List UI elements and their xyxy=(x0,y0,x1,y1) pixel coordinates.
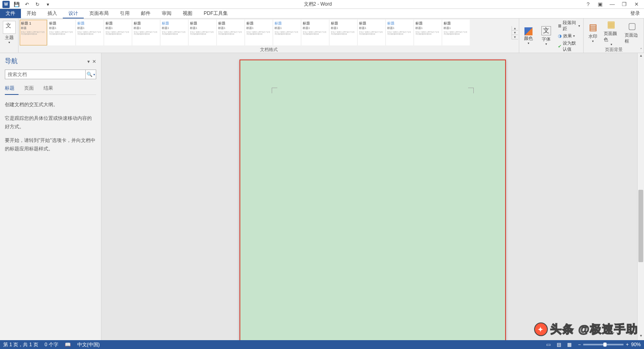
scroll-up-button[interactable]: ▴ xyxy=(638,53,644,60)
nav-tab-headings[interactable]: 标题 xyxy=(5,83,19,95)
scroll-thumb[interactable] xyxy=(638,190,643,262)
status-proofing-icon[interactable]: 📖 xyxy=(62,342,74,347)
zoom-slider[interactable] xyxy=(583,344,623,345)
style-gallery-item[interactable]: 标题标题1在"插入"选项卡上库中包含了旨在与文档的整体外观协调 xyxy=(414,20,442,45)
main-area: 导航 ▾ ✕ 🔍▾ 标题 页面 结果 创建文档的交互式大纲。 它是跟踪您的具体位… xyxy=(0,53,644,340)
watermark-button[interactable]: ▤水印▾ xyxy=(585,19,601,46)
nav-tab-results[interactable]: 结果 xyxy=(43,83,57,94)
app-icon[interactable]: W xyxy=(1,0,11,8)
gallery-expand[interactable]: ▾ xyxy=(512,35,518,39)
view-buttons: ▭ ▤ ▦ xyxy=(543,340,575,349)
tab-review[interactable]: 审阅 xyxy=(156,9,177,18)
nav-close-button[interactable]: ✕ xyxy=(92,59,96,64)
document-viewport[interactable] xyxy=(101,53,644,340)
style-gallery-item[interactable]: 标题标题1在"插入"选项卡上库中包含了旨在与文档的整体外观协调 xyxy=(161,20,188,45)
style-gallery-item[interactable]: 标题标题1在"插入"选项卡上库中包含了旨在与文档的整体外观协调 xyxy=(330,20,357,45)
view-web-button[interactable]: ▦ xyxy=(564,340,575,349)
zoom-in-button[interactable]: + xyxy=(626,342,629,347)
scroll-down-button[interactable]: ▾ xyxy=(638,333,644,340)
style-gallery-item[interactable]: 标题标题1在"插入"选项卡上库中包含了旨在与文档的整体外观协调 xyxy=(217,20,244,45)
effects-icon: ◑ xyxy=(558,33,562,39)
tab-home[interactable]: 开始 xyxy=(21,9,42,18)
style-gallery-item[interactable]: 标题标题1在"插入"选项卡上库中包含了旨在与文档的整体外观协调 xyxy=(442,20,470,45)
page-color-button[interactable]: ▦页面颜色▾ xyxy=(601,19,621,46)
style-gallery-item[interactable]: 标题标题1在"插入"选项卡上库中包含了旨在与文档的整体外观协调 xyxy=(132,20,160,45)
effects-button[interactable]: ◑效果▾ xyxy=(556,33,582,39)
zoom-out-button[interactable]: − xyxy=(578,342,581,347)
gallery-scroll: ▴ ▾ ▾ xyxy=(512,26,518,39)
zoom-value[interactable]: 90% xyxy=(631,342,641,347)
qat-more-button[interactable]: ▾ xyxy=(43,0,53,8)
view-print-button[interactable]: ▤ xyxy=(554,340,564,349)
page-border-button[interactable]: ▢页面边框 xyxy=(622,19,642,46)
group-themes: 主题 ▾ xyxy=(0,18,19,53)
nav-dropdown-button[interactable]: ▾ xyxy=(87,59,90,64)
setdefault-label: 设为默认值 xyxy=(563,40,580,52)
style-gallery-item[interactable]: 标题标题1在"插入"选项卡上库中包含了旨在与文档的整体外观协调 xyxy=(76,20,103,45)
statusbar: 第 1 页，共 1 页 0 个字 📖 中文(中国) ▭ ▤ ▦ − + 90% xyxy=(0,340,644,349)
pageborder-label: 页面边框 xyxy=(625,32,640,44)
view-read-button[interactable]: ▭ xyxy=(543,340,554,349)
pagecolor-icon: ▦ xyxy=(607,19,615,30)
tab-layout[interactable]: 页面布局 xyxy=(84,9,114,18)
collapse-ribbon-button[interactable]: ˄ xyxy=(640,47,642,53)
tab-insert[interactable]: 插入 xyxy=(42,9,63,18)
tab-file[interactable]: 文件 xyxy=(0,9,21,18)
style-gallery-item[interactable]: 标题标题1在"插入"选项卡上库中包含了旨在与文档的整体外观协调 xyxy=(386,20,413,45)
group-label-pagebg: 页面背景 xyxy=(584,47,644,53)
nav-text-2: 它是跟踪您的具体位置或快速移动内容的好方式。 xyxy=(5,114,96,131)
tab-view[interactable]: 视图 xyxy=(177,9,198,18)
tab-mailings[interactable]: 邮件 xyxy=(135,9,156,18)
themes-label: 主题 xyxy=(5,35,14,41)
search-button[interactable]: 🔍▾ xyxy=(85,70,96,79)
themes-icon xyxy=(3,21,16,34)
style-gallery-item[interactable]: 标题标题1在"插入"选项卡上库中包含了旨在与文档的整体外观协调 xyxy=(301,20,329,45)
style-gallery-item[interactable]: 标题标题1在"插入"选项卡上库中包含了旨在与文档的整体外观协调 xyxy=(245,20,272,45)
gallery-scroll-down[interactable]: ▾ xyxy=(512,31,518,35)
style-gallery-item[interactable]: 标题标题1在"插入"选项卡上库中包含了旨在与文档的整体外观协调 xyxy=(273,20,301,45)
titlebar: W 💾 ↶ ↻ ▾ 文档2 - Word ? ▣ — ❐ ✕ xyxy=(0,0,644,9)
help-button[interactable]: ? xyxy=(583,0,593,8)
pagecolor-label: 页面颜色 xyxy=(604,31,619,43)
para-icon: ≣ xyxy=(558,23,561,29)
style-gallery-item[interactable]: 标题标题1在"插入"选项卡上库中包含了旨在与文档的整体外观协调 xyxy=(189,20,216,45)
set-default-button[interactable]: ✔设为默认值 xyxy=(556,40,582,53)
colors-button[interactable]: 颜色▾ xyxy=(521,23,536,49)
search-box[interactable]: 🔍▾ xyxy=(5,70,96,79)
style-gallery-item[interactable]: 标题标题1在"插入"选项卡上库中包含了旨在与文档的整体外观协调 xyxy=(48,20,75,45)
colors-icon xyxy=(524,27,533,35)
gallery-scroll-up[interactable]: ▴ xyxy=(512,26,518,31)
close-button[interactable]: ✕ xyxy=(631,0,642,8)
minimize-button[interactable]: — xyxy=(607,0,617,8)
style-gallery-item[interactable]: 标题 1标题在"插入"选项卡上库中包含了旨在与文档的整体外观协调 xyxy=(20,20,47,45)
nav-tab-pages[interactable]: 页面 xyxy=(24,83,38,94)
status-words[interactable]: 0 个字 xyxy=(41,341,62,348)
group-document-formatting: 标题 1标题在"插入"选项卡上库中包含了旨在与文档的整体外观协调标题标题1在"插… xyxy=(19,18,519,53)
style-gallery-item[interactable]: 标题标题1在"插入"选项卡上库中包含了旨在与文档的整体外观协调 xyxy=(358,20,385,45)
tab-design[interactable]: 设计 xyxy=(63,9,84,18)
signin-link[interactable]: 登录 xyxy=(626,9,644,18)
tab-references[interactable]: 引用 xyxy=(114,9,135,18)
status-language[interactable]: 中文(中国) xyxy=(74,341,103,348)
nav-tabs: 标题 页面 结果 xyxy=(5,83,96,95)
group-page-background: ▤水印▾ ▦页面颜色▾ ▢页面边框 页面背景 xyxy=(584,18,644,53)
themes-button[interactable]: 主题 ▾ xyxy=(2,19,17,46)
fonts-button[interactable]: 文 字体▾ xyxy=(539,23,554,49)
undo-button[interactable]: ↶ xyxy=(22,0,32,8)
effects-label: 效果 xyxy=(563,33,572,39)
status-page[interactable]: 第 1 页，共 1 页 xyxy=(0,341,41,348)
style-gallery-item[interactable]: 标题标题1在"插入"选项卡上库中包含了旨在与文档的整体外观协调 xyxy=(104,20,132,45)
ribbon-display-button[interactable]: ▣ xyxy=(595,0,605,8)
document-page[interactable] xyxy=(239,60,506,340)
redo-button[interactable]: ↻ xyxy=(33,0,42,8)
nav-text-1: 创建文档的交互式大纲。 xyxy=(5,101,96,109)
quick-access-toolbar: W 💾 ↶ ↻ ▾ xyxy=(0,0,53,8)
search-input[interactable] xyxy=(5,70,85,79)
vertical-scrollbar[interactable]: ▴ ▾ xyxy=(637,53,644,340)
zoom-controls: − + 90% xyxy=(575,342,644,347)
paragraph-spacing-button[interactable]: ≣段落间距▾ xyxy=(556,19,582,32)
save-button[interactable]: 💾 xyxy=(12,0,21,8)
document-area[interactable] xyxy=(101,53,644,340)
maximize-button[interactable]: ❐ xyxy=(619,0,630,8)
tab-pdf-tools[interactable]: PDF工具集 xyxy=(198,9,233,18)
